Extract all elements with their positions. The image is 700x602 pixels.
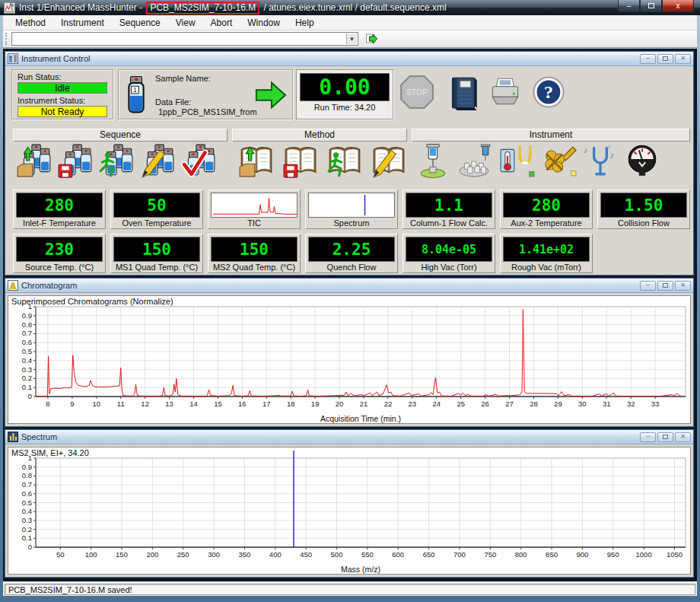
sample-group: 1 Sample Name: Data File: 1ppb_PCB_MS1SI… — [118, 69, 293, 119]
spectrum-chart[interactable]: 00.10.20.30.40.50.60.70.80.9150100150200… — [8, 448, 692, 575]
menu-item-abort[interactable]: Abort — [203, 16, 240, 30]
panel-ms2-quad-temp-c: 150MS2 Quad Temp. (°C) — [208, 234, 301, 273]
spectrum-restore-button[interactable] — [657, 432, 673, 442]
menu-item-sequence[interactable]: Sequence — [112, 16, 168, 30]
spec-mini-chart[interactable] — [308, 193, 395, 218]
svg-text:♪: ♪ — [584, 145, 588, 154]
svg-text:300: 300 — [208, 550, 220, 559]
edit-sequence-button[interactable] — [139, 142, 176, 179]
close-button[interactable]: x — [662, 0, 694, 12]
group-header-sequence: Sequence — [13, 129, 228, 142]
load-sequence-button[interactable] — [16, 142, 52, 179]
instrument-control-restore-button[interactable] — [657, 54, 673, 64]
instrument-control-body: Run Status: Idle Instrument Status: Not … — [5, 66, 693, 275]
chromatogram-minimize-button[interactable]: ─ — [640, 281, 656, 291]
als-tray-button[interactable] — [457, 142, 493, 179]
svg-text:0.8: 0.8 — [22, 320, 32, 329]
svg-text:0.9: 0.9 — [22, 311, 32, 320]
svg-text:750: 750 — [484, 550, 496, 559]
svg-text:0.5: 0.5 — [22, 347, 32, 355]
spectrum-plot-label: MS2 SIM, EI+, 34.20 — [11, 448, 89, 457]
menu-item-view[interactable]: View — [168, 16, 203, 30]
svg-text:16: 16 — [238, 400, 247, 408]
vacuum-gauge-button[interactable] — [624, 142, 660, 179]
help-button[interactable]: ? — [530, 74, 567, 110]
run-sequence-button[interactable] — [98, 142, 135, 179]
svg-text:26: 26 — [481, 400, 489, 408]
chromatogram-close-button[interactable]: ✕ — [675, 281, 691, 291]
panel-label: High Vac (Torr) — [403, 263, 495, 272]
chromatogram-title: Chromatogram — [21, 281, 637, 290]
lcd-value: 2.25 — [332, 240, 371, 259]
lcd-display: 150 — [211, 237, 298, 262]
app-icon — [4, 2, 15, 14]
svg-text:150: 150 — [116, 550, 128, 559]
menu-item-window[interactable]: Window — [240, 16, 288, 30]
load-method-button[interactable] — [238, 142, 275, 179]
lcd-display: 1.1 — [406, 193, 492, 218]
run-method-button[interactable] — [326, 142, 363, 179]
lcd-display: 2.25 — [308, 237, 395, 262]
spectrum-close-button[interactable]: ✕ — [675, 432, 691, 442]
edit-method-button[interactable] — [371, 142, 407, 179]
svg-text:0.7: 0.7 — [22, 329, 32, 337]
chromatogram-restore-button[interactable] — [657, 281, 673, 291]
instrument-status-label: Instrument Status: — [18, 96, 107, 105]
svg-text:50: 50 — [56, 550, 65, 559]
instrument-status-value: Not Ready — [18, 106, 107, 117]
save-method-button[interactable] — [282, 142, 319, 179]
method-name-highlight: PCB_MS2SIM_7-10-16.M — [146, 2, 259, 14]
svg-text:0.3: 0.3 — [22, 516, 32, 524]
menu-item-instrument[interactable]: Instrument — [53, 16, 112, 30]
window-title: Inst 1/Enhanced MassHunter - PCB_MS2SIM_… — [19, 2, 447, 14]
spectrum-minimize-button[interactable]: ─ — [640, 432, 656, 442]
panel-label: Aux-2 Temperature — [501, 218, 592, 228]
maximize-button[interactable] — [640, 0, 662, 12]
lcd-value: 1.41e+02 — [519, 243, 574, 256]
svg-text:200: 200 — [146, 550, 158, 559]
lcd-value: 280 — [45, 196, 74, 215]
stop-button[interactable]: STOP — [399, 74, 435, 110]
gc-temperatures-button[interactable] — [498, 142, 535, 179]
svg-text:21: 21 — [360, 400, 368, 408]
menu-item-help[interactable]: Help — [288, 16, 322, 30]
menu-item-method[interactable]: Method — [8, 16, 53, 30]
svg-text:250: 250 — [177, 550, 189, 559]
chromatogram-plot-area[interactable]: Superimposed Chromatograms (Normalize) 0… — [8, 295, 691, 424]
spectrum-plot-area[interactable]: MS2 SIM, EI+, 34.20 00.10.20.30.40.50.60… — [8, 447, 691, 575]
injector-button[interactable] — [415, 142, 451, 179]
lcd-value: 1.50 — [625, 196, 663, 215]
panel-label: MS1 Quad Temp. (°C) — [111, 263, 202, 272]
validate-sequence-button[interactable] — [180, 142, 217, 179]
minimize-button[interactable]: – — [618, 0, 640, 12]
svg-text:20: 20 — [336, 400, 344, 408]
sample-name-value — [158, 84, 254, 93]
combo-dropdown-icon[interactable]: ▼ — [346, 33, 357, 44]
start-run-arrow-icon[interactable] — [253, 78, 288, 112]
sample-combo[interactable]: ▼ — [11, 32, 358, 46]
svg-text:850: 850 — [546, 550, 558, 559]
run-status-label: Run Status: — [18, 72, 107, 81]
instrument-control-close-button[interactable]: ✕ — [675, 54, 691, 64]
tic-mini-chart[interactable] — [211, 193, 298, 218]
lcd-value: 1.1 — [434, 196, 463, 215]
save-sequence-button[interactable] — [57, 142, 94, 179]
instrument-control-minimize-button[interactable]: ─ — [640, 54, 656, 64]
svg-text:0.6: 0.6 — [22, 489, 32, 498]
lcd-value: 50 — [147, 196, 166, 215]
tune-button[interactable]: ♪♪♪ — [582, 142, 619, 179]
svg-text:29: 29 — [554, 400, 562, 408]
ms-source-button[interactable] — [540, 142, 577, 179]
toolbar-grip[interactable] — [5, 33, 8, 45]
run-status-group: Run Status: Idle Instrument Status: Not … — [11, 69, 113, 119]
window-titlebar: Inst 1/Enhanced MassHunter - PCB_MS2SIM_… — [0, 0, 700, 15]
panel-inlet-f-temperature: 280Inlet-F Temperature — [13, 190, 106, 229]
svg-text:0: 0 — [28, 543, 32, 551]
lcd-display: 50 — [113, 193, 200, 218]
svg-text:31: 31 — [603, 400, 611, 408]
chromatogram-chart[interactable]: 00.10.20.30.40.50.60.70.80.9189101112131… — [8, 296, 692, 424]
logbook-button[interactable] — [444, 74, 481, 110]
print-button[interactable] — [487, 74, 523, 110]
apply-button[interactable] — [363, 31, 380, 46]
panel-label: Source Temp. (°C) — [14, 263, 105, 272]
